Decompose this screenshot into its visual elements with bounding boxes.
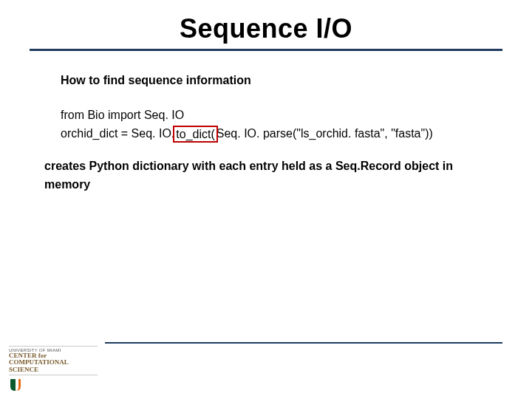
code-line-2: orchid_dict = Seq. IO.to_dict(Seq. IO. p… xyxy=(61,125,489,143)
footer: UNIVERSITY OF MIAMI CENTER for COMPUTATI… xyxy=(9,346,98,392)
code-line-2-pre: orchid_dict = Seq. IO. xyxy=(61,127,174,140)
content-area: How to find sequence information from Bi… xyxy=(30,72,502,194)
highlight-box: to_dict( xyxy=(173,126,217,143)
subheading: How to find sequence information xyxy=(61,72,489,90)
center-line-3: SCIENCE xyxy=(9,366,98,373)
code-block: from Bio import Seq. IO orchid_dict = Se… xyxy=(61,106,489,143)
code-line-1: from Bio import Seq. IO xyxy=(61,106,489,125)
title-underline xyxy=(30,49,502,51)
slide-title: Sequence I/O xyxy=(30,13,502,49)
bottom-rule xyxy=(105,342,502,344)
code-line-2-post: Seq. IO. parse("ls_orchid. fasta", "fast… xyxy=(216,127,433,140)
slide: Sequence I/O How to find sequence inform… xyxy=(0,0,532,399)
center-block: UNIVERSITY OF MIAMI CENTER for COMPUTATI… xyxy=(9,346,98,375)
description: creates Python dictionary with each entr… xyxy=(44,157,489,194)
u-logo-icon xyxy=(9,378,28,392)
